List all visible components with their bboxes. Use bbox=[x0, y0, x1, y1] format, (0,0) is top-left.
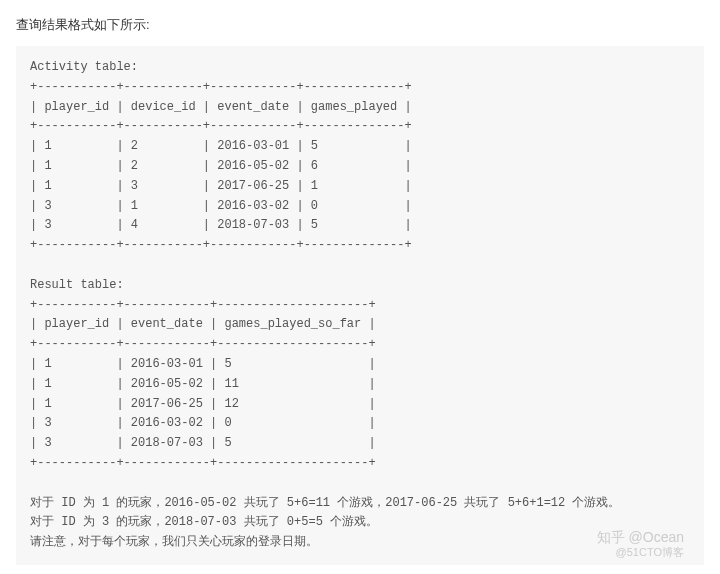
watermark: 知乎 @Ocean@51CTO博客 bbox=[597, 529, 684, 559]
watermark-line1: 知乎 @Ocean bbox=[597, 529, 684, 546]
code-content: Activity table: +-----------+-----------… bbox=[30, 60, 620, 549]
watermark-line2: @51CTO博客 bbox=[597, 546, 684, 559]
code-block: Activity table: +-----------+-----------… bbox=[16, 46, 704, 565]
intro-text: 查询结果格式如下所示: bbox=[16, 16, 704, 34]
